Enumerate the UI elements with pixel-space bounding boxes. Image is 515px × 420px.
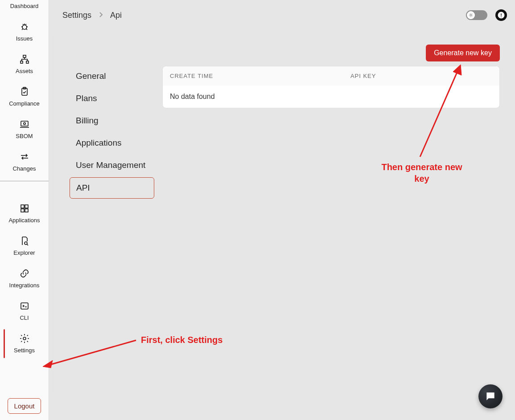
sidebar-item-changes[interactable]: Changes xyxy=(0,146,49,178)
settings-tabs: General Plans Billing Applications User … xyxy=(70,66,154,199)
breadcrumb: Settings Api xyxy=(62,11,122,20)
logout-button[interactable]: Logout xyxy=(8,398,41,414)
svg-point-15 xyxy=(470,14,472,16)
column-api-key: API KEY xyxy=(350,73,492,79)
sidebar-item-label: Issues xyxy=(16,35,33,42)
transfer-icon xyxy=(19,151,30,163)
theme-toggle[interactable] xyxy=(466,10,487,20)
grid-icon xyxy=(19,203,30,214)
topbar: Settings Api xyxy=(54,0,515,30)
sidebar-item-label: CLI xyxy=(20,314,29,321)
sidebar-item-label: Applications xyxy=(8,217,40,224)
generate-key-button[interactable]: Generate new key xyxy=(426,45,500,61)
sidebar-item-label: Changes xyxy=(12,165,36,172)
vertical-divider xyxy=(53,36,54,392)
sidebar-item-explorer[interactable]: Explorer xyxy=(0,230,49,262)
bug-icon xyxy=(19,21,30,33)
table-body: No data found xyxy=(163,86,499,108)
sidebar-group-bottom: Applications Explorer Integrations CLI S… xyxy=(0,184,49,360)
svg-rect-3 xyxy=(26,61,29,63)
sidebar: Dashboard Issues Assets Compliance SBOM xyxy=(0,0,49,420)
sidebar-group-top: Dashboard Issues Assets Compliance SBOM xyxy=(0,0,49,178)
topbar-right xyxy=(466,9,507,21)
file-search-icon xyxy=(19,235,30,247)
sun-icon xyxy=(468,12,474,18)
breadcrumb-leaf: Api xyxy=(110,11,122,20)
sidebar-item-issues[interactable]: Issues xyxy=(0,16,49,48)
svg-rect-10 xyxy=(21,209,24,212)
svg-rect-6 xyxy=(21,121,28,126)
svg-point-7 xyxy=(23,122,25,124)
gear-icon xyxy=(19,333,30,344)
main: Generate new key General Plans Billing A… xyxy=(54,30,515,420)
chat-fab[interactable] xyxy=(478,384,503,408)
svg-rect-2 xyxy=(21,61,23,63)
sidebar-item-cli[interactable]: CLI xyxy=(0,295,49,327)
sidebar-item-label: Assets xyxy=(16,68,33,74)
terminal-icon xyxy=(19,300,30,312)
sidebar-item-assets[interactable]: Assets xyxy=(0,48,49,81)
content: Generate new key General Plans Billing A… xyxy=(54,30,515,213)
theme-toggle-knob xyxy=(467,11,475,19)
svg-point-12 xyxy=(25,242,27,245)
sidebar-item-label: Settings xyxy=(14,347,35,354)
sidebar-item-settings[interactable]: Settings xyxy=(0,327,49,360)
action-row: Generate new key xyxy=(70,45,500,61)
sidebar-item-label: Integrations xyxy=(9,282,40,289)
notification-badge[interactable] xyxy=(495,9,507,21)
tab-plans[interactable]: Plans xyxy=(70,88,154,109)
chat-icon xyxy=(485,391,496,402)
clipboard-check-icon xyxy=(19,86,30,98)
table-empty-text: No data found xyxy=(170,93,215,100)
sidebar-item-compliance[interactable]: Compliance xyxy=(0,81,49,113)
svg-rect-9 xyxy=(25,205,28,208)
tab-billing[interactable]: Billing xyxy=(70,110,154,131)
breadcrumb-root[interactable]: Settings xyxy=(62,11,91,20)
table-header: CREATE TIME API KEY xyxy=(163,66,499,86)
sidebar-divider xyxy=(0,181,49,181)
svg-rect-1 xyxy=(23,55,26,57)
sidebar-item-sbom[interactable]: SBOM xyxy=(0,113,49,146)
logout-wrap: Logout xyxy=(0,392,49,420)
api-keys-table: CREATE TIME API KEY No data found xyxy=(162,66,500,108)
sidebar-item-label: Dashboard xyxy=(10,3,39,9)
tab-general[interactable]: General xyxy=(70,66,154,86)
link-icon xyxy=(19,268,30,279)
sitemap-icon xyxy=(19,53,30,65)
laptop-search-icon xyxy=(19,118,30,130)
column-create-time: CREATE TIME xyxy=(170,73,350,79)
tab-applications[interactable]: Applications xyxy=(70,133,154,153)
chevron-right-icon xyxy=(99,11,103,20)
panel-row: General Plans Billing Applications User … xyxy=(70,66,500,199)
svg-point-14 xyxy=(23,337,26,340)
sidebar-item-label: Compliance xyxy=(9,100,40,107)
sidebar-item-integrations[interactable]: Integrations xyxy=(0,262,49,295)
tab-user-management[interactable]: User Management xyxy=(70,155,154,175)
sidebar-item-dashboard[interactable]: Dashboard xyxy=(0,0,49,16)
alert-icon xyxy=(497,11,505,19)
svg-rect-11 xyxy=(25,209,28,212)
sidebar-item-label: Explorer xyxy=(13,249,35,256)
tab-api[interactable]: API xyxy=(70,177,154,199)
svg-rect-8 xyxy=(21,205,24,208)
sidebar-item-label: SBOM xyxy=(16,133,33,139)
sidebar-item-applications[interactable]: Applications xyxy=(0,197,49,230)
